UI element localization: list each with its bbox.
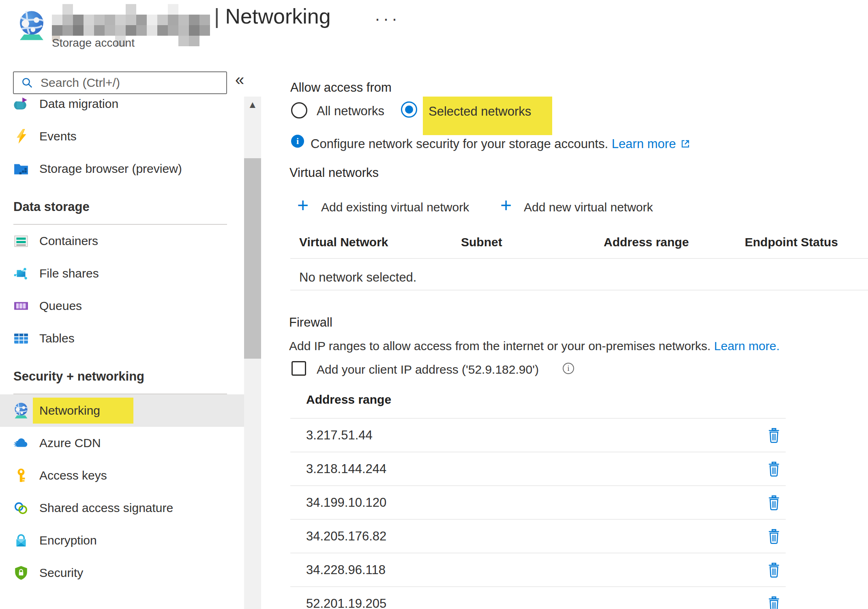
ip-rule-row: 52.201.19.205 <box>290 586 786 609</box>
sidebar-scrollbar-thumb[interactable] <box>244 158 261 359</box>
file-shares-icon <box>13 265 29 282</box>
sidebar-item-security[interactable]: Security <box>0 557 244 589</box>
delete-ip-button[interactable] <box>768 428 780 443</box>
azure-portal-networking-page: |Networking ··· Storage account « Data m… <box>0 0 868 609</box>
sidebar-item-label: File shares <box>39 267 99 280</box>
info-banner-text: Configure network security for your stor… <box>311 137 691 153</box>
sidebar-groups: Data migrationEventsStorage browser (pre… <box>0 96 244 589</box>
trash-icon <box>768 472 780 478</box>
sidebar-collapse-button[interactable]: « <box>235 71 244 89</box>
sidebar-item-queues[interactable]: Queues <box>0 290 244 322</box>
ip-address-value: 34.205.176.82 <box>306 529 386 544</box>
tables-icon <box>13 330 29 347</box>
vnet-column-header-3: Endpoint Status <box>745 235 838 249</box>
ip-rule-row: 34.205.176.82 <box>290 519 786 553</box>
table-divider <box>290 290 868 291</box>
trash-icon <box>768 506 780 512</box>
containers-icon <box>13 232 29 250</box>
ip-address-value: 52.201.19.205 <box>306 596 386 609</box>
sidebar-item-label: Containers <box>39 234 98 248</box>
delete-ip-button[interactable] <box>768 495 780 510</box>
ip-rule-row: 3.217.51.44 <box>290 418 786 452</box>
address-range-column-header: Address range <box>306 393 391 407</box>
ip-address-value: 3.218.144.244 <box>306 462 386 476</box>
trash-icon <box>768 539 780 545</box>
title-text: Networking <box>225 4 331 28</box>
vnet-empty-message: No network selected. <box>299 270 416 285</box>
access-keys-icon <box>13 467 29 484</box>
resource-type-subtitle: Storage account <box>52 37 135 49</box>
events-icon <box>13 128 29 145</box>
ip-rule-row: 34.199.10.120 <box>290 485 786 519</box>
sidebar-section-header-security-networking: Security + networking <box>0 355 244 384</box>
sidebar-search[interactable] <box>13 71 227 94</box>
radio-all-networks-label[interactable]: All networks <box>317 104 384 118</box>
sidebar-item-access-keys[interactable]: Access keys <box>0 459 244 492</box>
delete-ip-button[interactable] <box>768 529 780 544</box>
add-new-vnet-button[interactable]: Add new virtual network <box>524 200 653 214</box>
sidebar-item-shared-access-signature[interactable]: Shared access signature <box>0 492 244 524</box>
trash-icon <box>768 438 780 444</box>
sidebar-section-header-data-storage: Data storage <box>0 185 244 214</box>
sidebar-item-encryption[interactable]: Encryption <box>0 524 244 557</box>
more-menu-button[interactable]: ··· <box>375 9 400 28</box>
sidebar-item-label: Encryption <box>39 534 97 547</box>
client-ip-info-icon: i <box>563 363 574 374</box>
delete-ip-button[interactable] <box>768 596 780 609</box>
sidebar-item-azure-cdn[interactable]: Azure CDN <box>0 427 244 459</box>
scrollbar-up-arrow-icon[interactable]: ▲ <box>244 99 261 110</box>
sidebar-item-label: Shared access signature <box>39 501 173 515</box>
security-icon <box>13 564 29 581</box>
virtual-networks-title: Virtual networks <box>289 166 379 180</box>
add-existing-vnet-button[interactable]: Add existing virtual network <box>321 200 469 214</box>
sidebar-item-label: Data migration <box>39 97 118 111</box>
plus-icon[interactable]: + <box>500 196 512 215</box>
trash-icon <box>768 573 780 579</box>
queues-icon <box>13 297 29 314</box>
radio-all-networks[interactable] <box>291 102 307 118</box>
delete-ip-button[interactable] <box>768 461 780 477</box>
sidebar-item-label: Networking <box>33 398 133 424</box>
add-client-ip-checkbox[interactable] <box>291 361 306 376</box>
ip-rule-row: 3.218.144.244 <box>290 452 786 485</box>
sidebar-item-storage-browser-preview[interactable]: Storage browser (preview) <box>0 153 244 185</box>
search-icon <box>21 77 33 89</box>
azure-cdn-icon <box>13 435 29 452</box>
delete-ip-button[interactable] <box>768 562 780 578</box>
plus-icon[interactable]: + <box>297 196 309 215</box>
sidebar-menu: Data migrationEventsStorage browser (pre… <box>0 96 244 609</box>
external-link-icon <box>680 138 691 152</box>
learn-more-link[interactable]: Learn more <box>612 137 676 151</box>
sidebar-item-data-migration[interactable]: Data migration <box>0 96 244 120</box>
shared-access-signature-icon <box>13 499 29 516</box>
sidebar-item-label: Access keys <box>39 469 107 482</box>
allow-access-label: Allow access from <box>290 80 392 95</box>
search-input[interactable] <box>40 75 226 90</box>
add-client-ip-label[interactable]: Add your client IP address ('52.9.182.90… <box>317 363 539 377</box>
firewall-title: Firewall <box>289 315 332 330</box>
sidebar-item-label: Security <box>39 566 83 580</box>
firewall-learn-more-link[interactable]: Learn more. <box>714 339 780 353</box>
page-title: |Networking <box>214 4 331 28</box>
sidebar-item-containers[interactable]: Containers <box>0 225 244 257</box>
sidebar-item-label: Queues <box>39 299 82 313</box>
ip-rule-row: 34.228.96.118 <box>290 553 786 586</box>
sidebar-item-file-shares[interactable]: File shares <box>0 257 244 290</box>
ip-address-value: 34.228.96.118 <box>306 563 386 577</box>
vnet-column-header-0: Virtual Network <box>299 235 388 249</box>
table-divider <box>290 258 868 259</box>
firewall-description-text: Add IP ranges to allow access from the i… <box>289 339 711 353</box>
radio-selected-networks-label[interactable]: Selected networks <box>429 104 531 119</box>
vnet-column-header-2: Address range <box>604 235 689 249</box>
info-icon: i <box>291 135 304 148</box>
vnet-column-header-1: Subnet <box>461 235 502 249</box>
storage-browser-icon <box>13 160 29 177</box>
ip-address-value: 3.217.51.44 <box>306 428 373 443</box>
title-separator: | <box>214 4 220 28</box>
sidebar-item-tables[interactable]: Tables <box>0 322 244 355</box>
sidebar-item-label: Events <box>39 129 77 143</box>
radio-selected-networks[interactable] <box>401 101 417 118</box>
sidebar-item-networking[interactable]: Networking <box>0 394 244 427</box>
ip-address-value: 34.199.10.120 <box>306 495 386 510</box>
sidebar-item-events[interactable]: Events <box>0 120 244 153</box>
